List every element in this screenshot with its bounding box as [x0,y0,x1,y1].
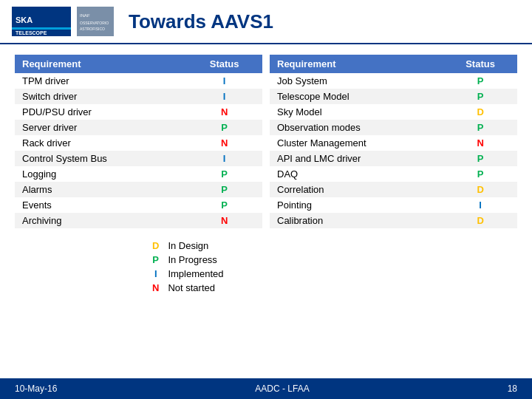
table-row: Sky ModelD [270,104,517,120]
table-row: Telescope ModelP [270,89,517,104]
table-row: CalibrationD [270,213,517,228]
svg-text:ASTROFISICO: ASTROFISICO [80,27,105,31]
secondary-logo: INAF OSSERVATORIO ASTROFISICO [77,7,114,36]
footer-page: 18 [508,383,517,394]
svg-text:INAF: INAF [80,13,90,18]
legend-label: Not started [163,281,517,295]
req-cell: API and LMC driver [270,151,443,166]
legend-item: DIn Design [148,239,517,253]
legend-key: N [148,281,163,295]
table-row: EventsP [15,197,262,213]
table-row: CorrelationD [270,182,517,197]
req-cell: Pointing [270,197,443,213]
status-cell: P [186,182,262,197]
legend-item: PIn Progress [148,253,517,267]
table-row: PointingI [270,197,517,213]
status-cell: N [186,104,262,120]
status-cell: P [443,166,517,182]
status-cell: P [186,120,262,135]
legend-item: IImplemented [148,267,517,281]
table-row: AlarmsP [15,182,262,197]
ska-logo: SKA TELESCOPE [12,7,71,36]
status-cell: P [443,120,517,135]
req-cell: Rack driver [15,135,186,151]
right-col2-header: Status [443,55,517,73]
legend-key: P [148,253,163,267]
table-row: Observation modesP [270,120,517,135]
status-cell: P [186,166,262,182]
main-content: Requirement Status TPM driverISwitch dri… [0,44,532,302]
table-row: DAQP [270,166,517,182]
req-cell: Archiving [15,213,186,228]
status-cell: N [443,135,517,151]
header: SKA TELESCOPE INAF OSSERVATORIO ASTROFIS… [0,0,532,44]
req-cell: TPM driver [15,73,186,89]
table-row: TPM driverI [15,73,262,89]
status-cell: I [186,89,262,104]
legend-item: NNot started [148,281,517,295]
status-cell: N [186,213,262,228]
req-cell: Alarms [15,182,186,197]
footer: 10-May-16 AADC - LFAA 18 [0,378,532,399]
svg-text:SKA: SKA [16,16,33,24]
two-column-layout: Requirement Status TPM driverISwitch dri… [15,52,517,228]
table-row: Rack driverN [15,135,262,151]
footer-date: 10-May-16 [15,383,57,394]
req-cell: Events [15,197,186,213]
status-cell: D [443,213,517,228]
table-row: API and LMC driverP [270,151,517,166]
req-cell: Calibration [270,213,443,228]
legend-label: In Design [163,239,517,253]
svg-rect-2 [12,27,71,30]
status-cell: D [443,104,517,120]
legend: DIn DesignPIn ProgressIImplementedNNot s… [15,236,517,295]
req-cell: Control System Bus [15,151,186,166]
status-cell: D [443,182,517,197]
footer-center: AADC - LFAA [255,383,309,394]
right-table: Requirement Status Job SystemPTelescope … [270,55,517,228]
table-row: Cluster ManagementN [270,135,517,151]
status-cell: P [443,151,517,166]
status-cell: P [443,73,517,89]
legend-key: D [148,239,163,253]
req-cell: Server driver [15,120,186,135]
table-row: Server driverP [15,120,262,135]
legend-label: Implemented [163,267,517,281]
req-cell: Cluster Management [270,135,443,151]
left-table: Requirement Status TPM driverISwitch dri… [15,55,262,228]
table-row: ArchivingN [15,213,262,228]
legend-table: DIn DesignPIn ProgressIImplementedNNot s… [148,239,517,295]
table-row: Switch driverI [15,89,262,104]
req-cell: Switch driver [15,89,186,104]
req-cell: Sky Model [270,104,443,120]
req-cell: Telescope Model [270,89,443,104]
req-cell: DAQ [270,166,443,182]
req-cell: Logging [15,166,186,182]
left-col1-header: Requirement [15,55,186,73]
req-cell: Observation modes [270,120,443,135]
status-cell: N [186,135,262,151]
status-cell: I [443,197,517,213]
table-row: Control System BusI [15,151,262,166]
table-row: LoggingP [15,166,262,182]
legend-key: I [148,267,163,281]
svg-text:TELESCOPE: TELESCOPE [16,30,47,35]
table-row: PDU/PSU driverN [15,104,262,120]
status-cell: P [443,89,517,104]
left-col2-header: Status [186,55,262,73]
table-row: Job SystemP [270,73,517,89]
svg-text:OSSERVATORIO: OSSERVATORIO [80,21,109,25]
right-col1-header: Requirement [270,55,443,73]
req-cell: PDU/PSU driver [15,104,186,120]
req-cell: Job System [270,73,443,89]
legend-label: In Progress [163,253,517,267]
req-cell: Correlation [270,182,443,197]
page-title: Towards AAVS1 [129,10,273,33]
status-cell: I [186,73,262,89]
logo-area: SKA TELESCOPE INAF OSSERVATORIO ASTROFIS… [12,7,114,36]
status-cell: P [186,197,262,213]
status-cell: I [186,151,262,166]
